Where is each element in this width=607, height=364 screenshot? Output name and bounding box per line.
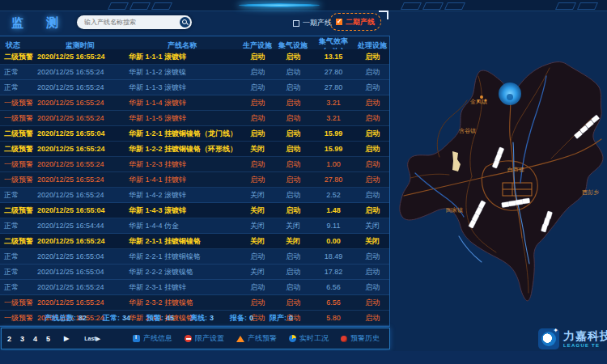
time-cell: 2020/12/25 16:55:24 [36,176,125,184]
company-name-en: LEAGUE TE [563,343,607,348]
table-row[interactable]: 正常2020/12/25 16:54:44华新 1-4-4 仿金关闭关闭9.11… [0,218,389,234]
efficiency-cell: 15.99 [311,145,356,153]
pagination: 2345▶Last▶ [2,335,100,343]
page-number[interactable]: 4 [33,335,37,343]
table-row[interactable]: 正常2020/12/25 16:55:04华新 2-2-2 滚镀镍铬关闭启动17… [0,265,389,280]
phase1-filter-checkbox[interactable]: 一期产线 [293,18,332,28]
alarm-history-icon [341,336,347,342]
time-cell: 2020/12/25 16:55:24 [36,283,125,291]
status-cell: 正常 [0,83,36,93]
deco-rect-group-right [402,2,464,9]
line-info-button[interactable]: 产线信息 [133,333,172,344]
checkbox-checked-icon[interactable] [336,19,342,25]
efficiency-cell: 6.56 [311,283,356,291]
site-marker[interactable] [522,198,530,204]
alarm-pulse-marker[interactable] [499,83,521,105]
process-facility-cell: 启动 [356,252,388,262]
prod-facility-cell: 关闭 [240,221,275,231]
efficiency-cell: 27.80 [311,83,356,91]
table-row[interactable]: 一级预警2020/12/25 16:55:24华新 2-3-2 挂镀镍铬启动启动… [0,295,389,311]
prod-facility-cell: 启动 [240,129,275,139]
stat-item: 预警:45 [146,313,174,324]
process-facility-cell: 启动 [356,83,388,93]
table-row[interactable]: 二级预警2020/12/25 16:55:24华新 2-1-1 挂镀铜镍铬关闭关… [0,234,389,249]
efficiency-cell: 13.15 [311,53,356,61]
table-row[interactable]: 正常2020/12/25 16:55:24华新 1-4-2 滚镀锌关闭启动2.5… [0,188,389,203]
efficiency-cell: 27.80 [311,68,356,76]
gas-facility-cell: 启动 [275,159,311,170]
gas-facility-cell: 启动 [275,282,311,293]
status-cell: 正常 [0,190,36,201]
gas-facility-cell: 关闭 [275,221,311,231]
toolbar-button-label: 限产设置 [195,333,224,344]
table-row[interactable]: 一级预警2020/12/25 16:55:24华新 1-4-1 挂镀锌启动启动2… [0,172,389,188]
stat-item: 报备:0 [230,313,253,324]
name-cell: 华新 1-2-2 挂镀铜镍铬（环形线） [125,144,240,154]
time-cell: 2020/12/25 16:55:24 [36,68,125,76]
line-alarm-button[interactable]: 产线预警 [236,333,277,344]
prod-facility-cell: 关闭 [240,267,275,277]
table-row[interactable]: 正常2020/12/25 16:55:24华新 1-1-2 滚镀镍启动启动27.… [0,65,389,80]
alarm-history-button[interactable]: 预警历史 [341,333,380,344]
prod-facility-cell: 关闭 [240,205,275,216]
page-number[interactable]: 5 [46,335,50,343]
phase2-filter-button[interactable]: 二期产线 [329,13,381,31]
checkbox-unchecked-icon[interactable] [293,20,299,27]
status-cell: 二级预警 [0,236,36,247]
realtime-status-button[interactable]: 实时工况 [289,333,329,344]
gas-facility-cell: 启动 [275,190,311,201]
table-row[interactable]: 一级预警2020/12/25 16:55:24华新 1-2-3 挂镀锌启动启动1… [0,157,389,172]
status-cell: 二级预警 [0,129,36,139]
search-input[interactable] [77,19,180,26]
status-cell: 一级预警 [0,98,36,108]
prod-facility-cell: 启动 [240,83,275,93]
efficiency-cell: 3.21 [311,114,356,122]
map-town-label: 金凤镇 [470,99,487,105]
site-marker[interactable] [502,201,510,207]
toolbar-button-label: 产线预警 [248,333,277,344]
name-cell: 华新 1-4-1 挂镀锌 [125,175,240,185]
search-box[interactable] [77,15,192,29]
district-map[interactable]: 金凤镇含谷镇白市驿西彭乡陶家镇 [391,36,607,351]
table-row[interactable]: 正常2020/12/25 16:55:24华新 1-1-3 滚镀锌启动启动27.… [0,80,389,95]
gas-facility-cell: 启动 [275,52,311,62]
name-cell: 华新 1-4-4 仿金 [125,221,240,231]
efficiency-cell: 27.80 [311,176,356,184]
page-number[interactable]: 3 [20,335,24,343]
status-cell: 正常 [0,221,36,231]
status-cell: 正常 [0,282,36,293]
table-row[interactable]: 正常2020/12/25 16:55:04华新 2-2-1 挂镀铜镍铬启动启动1… [0,249,389,265]
gas-facility-cell: 启动 [275,113,311,124]
table-row[interactable]: 二级预警2020/12/25 16:55:04华新 1-4-3 滚镀锌关闭启动1… [0,203,389,218]
search-icon[interactable] [180,17,190,28]
company-logo: 力嘉科技 LEAGUE TE [538,328,607,349]
page-number[interactable]: 2 [7,335,11,343]
status-cell: 二级预警 [0,205,36,216]
map-town-label: 陶家镇 [446,207,463,214]
name-cell: 华新 1-1-3 滚镀锌 [125,83,240,93]
name-cell: 华新 2-2-2 滚镀镍铬 [125,267,240,277]
efficiency-cell: 2.52 [311,191,356,199]
deco-rect-group-left [109,2,171,9]
efficiency-cell: 1.00 [311,160,356,168]
table-row[interactable]: 一级预警2020/12/25 16:55:24华新 1-1-5 滚镀锌启动启动3… [0,111,389,126]
gas-facility-cell: 启动 [275,98,311,108]
process-facility-cell: 启动 [356,175,388,185]
site-marker[interactable] [508,201,516,206]
table-row[interactable]: 二级预警2020/12/25 16:55:04华新 1-2-1 挂镀铜镍铬（龙门… [0,126,389,142]
process-facility-cell: 启动 [356,159,388,170]
table-row[interactable]: 二级预警2020/12/25 16:55:24华新 1-2-2 挂镀铜镍铬（环形… [0,142,389,157]
status-cell: 一级预警 [0,113,36,124]
last-page-button[interactable]: Last▶ [84,336,100,342]
stat-item: 离线:3 [190,313,214,324]
limit-settings-button[interactable]: 限产设置 [185,333,224,344]
efficiency-cell: 0.00 [311,237,356,245]
table-row[interactable]: 正常2020/12/25 16:55:24华新 2-3-1 挂镀锌启动启动6.5… [0,280,389,295]
name-cell: 华新 2-1-1 挂镀铜镍铬 [125,236,240,247]
stat-item: 限产:0 [270,313,293,324]
table-row[interactable]: 一级预警2020/12/25 16:55:24华新 1-1-4 滚镀锌启动启动3… [0,95,389,111]
site-marker[interactable] [516,199,524,205]
table-row[interactable]: 二级预警2020/12/25 16:55:24华新 1-1-1 滚镀锌启动启动1… [0,49,389,65]
next-page-icon[interactable]: ▶ [64,335,69,342]
status-cell: 一级预警 [0,175,36,185]
